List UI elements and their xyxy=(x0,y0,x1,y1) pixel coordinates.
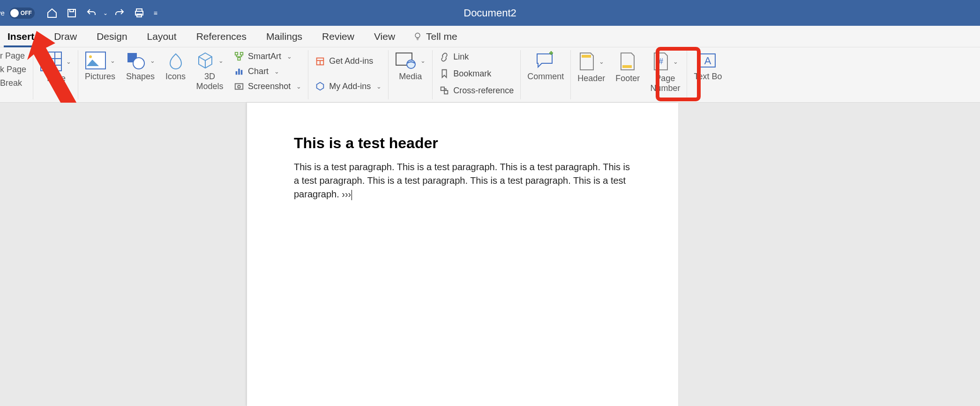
tell-me-search[interactable]: Tell me xyxy=(413,31,457,42)
footer-icon xyxy=(619,51,636,72)
bookmark-icon xyxy=(439,68,449,79)
chevron-down-icon: ⌄ xyxy=(218,57,224,64)
blank-page-button[interactable]: k Page xyxy=(0,65,26,75)
text-box-icon: A xyxy=(698,51,717,70)
pictures-icon xyxy=(85,51,106,70)
chevron-down-icon: ⌄ xyxy=(296,83,301,90)
svg-rect-28 xyxy=(441,87,444,90)
page-number-icon: # xyxy=(652,51,669,72)
screenshot-icon xyxy=(234,81,244,91)
svg-point-14 xyxy=(133,58,144,69)
svg-point-22 xyxy=(238,85,240,88)
footer-label: Footer xyxy=(615,74,640,83)
svg-point-5 xyxy=(415,33,420,38)
svg-text:#: # xyxy=(658,57,663,66)
smartart-button[interactable]: SmartArt⌄ xyxy=(234,51,301,61)
cover-page-button[interactable]: r Page xyxy=(0,51,26,61)
tab-review[interactable]: Review xyxy=(320,27,356,46)
cross-reference-button[interactable]: Cross-reference xyxy=(439,85,514,96)
smartart-label: SmartArt xyxy=(248,52,281,61)
svg-rect-20 xyxy=(241,70,243,75)
footer-button[interactable]: Footer xyxy=(615,51,640,83)
pictures-button[interactable]: ⌄ Pictures xyxy=(85,51,115,82)
get-addins-button[interactable]: Get Add-ins xyxy=(315,56,382,67)
svg-rect-32 xyxy=(582,55,591,58)
comment-label: Comment xyxy=(527,72,564,82)
group-header-footer: ⌄ Header Footer # ⌄ Page Number xyxy=(571,50,687,99)
media-button[interactable]: ⌄ Media xyxy=(395,51,426,82)
save-icon[interactable] xyxy=(64,5,80,21)
document-title: Document2 xyxy=(464,7,516,19)
tab-references[interactable]: References xyxy=(195,27,248,46)
chevron-down-icon: ⌄ xyxy=(274,68,279,75)
table-button[interactable]: ⌄ Table xyxy=(40,51,71,83)
hexagon-icon xyxy=(315,81,325,91)
chart-button[interactable]: Chart⌄ xyxy=(234,66,301,76)
tab-design[interactable]: Design xyxy=(95,27,129,46)
toggle-knob xyxy=(10,9,19,17)
tell-me-label: Tell me xyxy=(426,31,457,42)
undo-dropdown-icon[interactable]: ⌄ xyxy=(103,10,108,16)
print-icon[interactable] xyxy=(131,5,147,21)
link-icon xyxy=(439,52,449,62)
tab-insert[interactable]: Insert xyxy=(6,27,36,46)
screenshot-button[interactable]: Screenshot⌄ xyxy=(234,81,301,91)
svg-rect-11 xyxy=(86,52,105,69)
tab-view[interactable]: View xyxy=(372,27,397,46)
pictures-label: Pictures xyxy=(85,72,115,82)
page-break-button[interactable]: Break xyxy=(0,78,26,88)
text-cursor xyxy=(352,190,352,200)
comment-icon xyxy=(535,51,556,70)
group-table: ⌄ Table xyxy=(33,50,78,99)
illustrations-small-stack: SmartArt⌄ Chart⌄ Screenshot⌄ xyxy=(234,51,301,91)
tab-layout[interactable]: Layout xyxy=(145,27,179,46)
shapes-button[interactable]: ⌄ Shapes xyxy=(126,51,155,82)
link-button[interactable]: Link xyxy=(439,52,514,62)
svg-rect-1 xyxy=(70,9,74,12)
autosave-label-partial: ve xyxy=(0,9,5,17)
3d-models-button[interactable]: ⌄ 3D Models xyxy=(196,51,224,91)
text-box-button[interactable]: A Text Bo xyxy=(694,51,722,82)
shapes-label: Shapes xyxy=(126,72,155,82)
crossref-label: Cross-reference xyxy=(453,86,514,96)
group-addins: Get Add-ins My Add-ins⌄ xyxy=(308,50,389,99)
redo-icon[interactable] xyxy=(112,5,127,21)
header-button[interactable]: ⌄ Header xyxy=(577,51,605,83)
ribbon-tabs: Insert Draw Design Layout References Mai… xyxy=(0,26,980,47)
comment-button[interactable]: Comment xyxy=(527,51,564,82)
svg-rect-6 xyxy=(41,52,61,71)
bookmark-button[interactable]: Bookmark xyxy=(439,68,514,79)
home-icon[interactable] xyxy=(44,5,60,21)
media-icon xyxy=(395,51,417,70)
models-label: 3D Models xyxy=(196,72,224,91)
autosave-toggle[interactable]: OFF xyxy=(9,8,35,19)
store-icon xyxy=(315,56,325,67)
bookmark-label: Bookmark xyxy=(453,69,491,79)
header-icon xyxy=(578,51,595,72)
icons-icon xyxy=(166,51,185,70)
chevron-down-icon: ⌄ xyxy=(599,58,604,65)
shapes-icon xyxy=(126,51,146,70)
toggle-off-label: OFF xyxy=(21,10,32,16)
crossref-icon xyxy=(439,85,449,96)
svg-rect-15 xyxy=(235,53,238,55)
document-page[interactable]: This is a test header This is a test par… xyxy=(247,103,678,406)
my-addins-label: My Add-ins xyxy=(329,82,371,91)
icons-button[interactable]: Icons xyxy=(165,51,186,82)
customize-qat-icon[interactable]: ≡ xyxy=(154,9,157,17)
tab-draw[interactable]: Draw xyxy=(52,27,79,46)
svg-point-12 xyxy=(89,55,92,58)
my-addins-button[interactable]: My Add-ins⌄ xyxy=(315,81,382,91)
cube-icon xyxy=(196,51,215,70)
tab-mailings[interactable]: Mailings xyxy=(264,27,304,46)
chevron-down-icon: ⌄ xyxy=(287,53,292,60)
page-number-button[interactable]: # ⌄ Page Number xyxy=(650,51,680,93)
chart-label: Chart xyxy=(248,67,269,76)
chevron-down-icon: ⌄ xyxy=(66,58,71,65)
ribbon-insert: r Page k Page Break ⌄ Table ⌄ Pictures xyxy=(0,47,980,103)
header-label: Header xyxy=(577,74,605,83)
table-label: Table xyxy=(45,74,66,83)
svg-rect-19 xyxy=(238,69,240,75)
undo-icon[interactable] xyxy=(83,5,99,21)
link-label: Link xyxy=(453,52,469,62)
